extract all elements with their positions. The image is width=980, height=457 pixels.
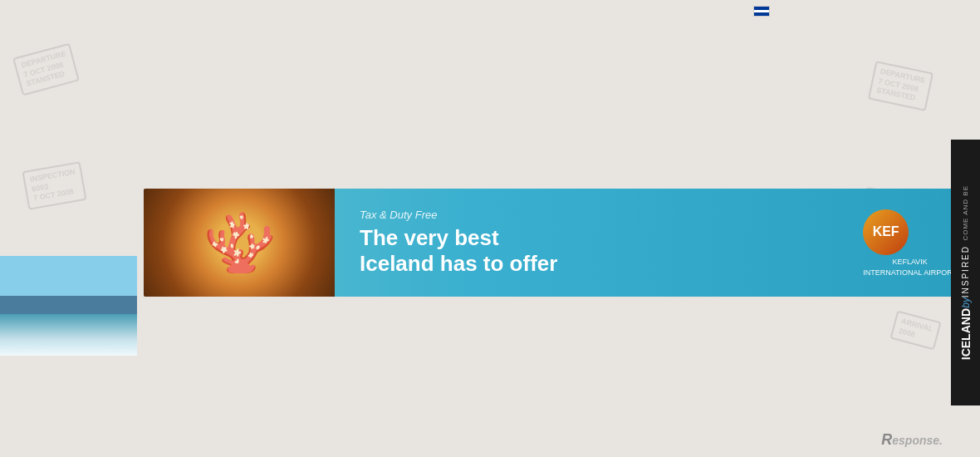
banner-logo-sub: INTERNATIONAL AIRPORT	[863, 268, 957, 277]
landscape-image	[0, 256, 137, 356]
banner-image: 🪸	[144, 189, 335, 297]
inspired-by-text: by	[960, 297, 972, 308]
banner-main: The very best	[360, 225, 838, 251]
banner-logo: KEF KEFLAVIK INTERNATIONAL AIRPORT	[863, 209, 957, 277]
banner-sub: Iceland has to offer	[360, 251, 838, 277]
banner-text: Tax & Duty Free The very best Iceland ha…	[335, 209, 863, 277]
response-logo: Response.	[881, 431, 943, 449]
inspired-iceland-text: ICELAND	[959, 308, 973, 360]
inspired-panel[interactable]: COME AND BE INSPIRED by ICELAND	[951, 140, 980, 405]
banner-logo-circle: KEF	[863, 209, 909, 255]
banner-tagline: Tax & Duty Free	[360, 209, 838, 221]
inspired-text: INSPIRED	[961, 245, 970, 297]
banner[interactable]: 🪸 Tax & Duty Free The very best Iceland …	[144, 189, 973, 297]
banner-coral-icon: 🪸	[203, 209, 276, 277]
banner-logo-text: KEF	[873, 224, 899, 239]
flag-iceland[interactable]	[753, 6, 770, 17]
landscape-ice	[0, 314, 137, 356]
inspired-go-text: COME AND BE	[962, 185, 969, 241]
banner-logo-name: KEFLAVIK	[863, 258, 957, 266]
